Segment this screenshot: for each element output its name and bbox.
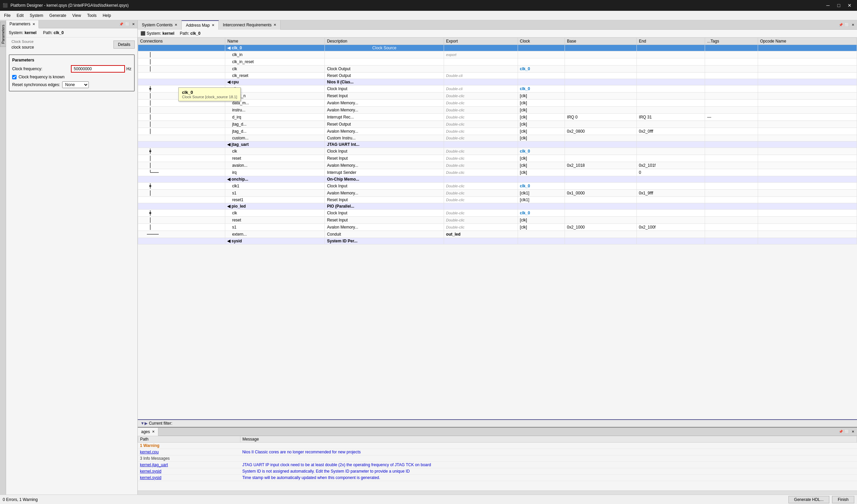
finish-button[interactable]: Finish: [832, 496, 854, 503]
table-row[interactable]: clk1 Clock Input Double-clic clk_0: [138, 183, 857, 190]
generate-hdl-button[interactable]: Generate HDL...: [788, 496, 829, 503]
msg-path-link-4[interactable]: kernel.sysid: [140, 475, 162, 480]
left-panel-restore[interactable]: ⬜: [124, 22, 130, 27]
base-cell: [565, 203, 637, 209]
details-button[interactable]: Details: [114, 40, 135, 49]
right-content: Connections Name Description Export Cloc…: [138, 37, 857, 494]
msg-text-content-2: JTAG UART IP input clock need to be at l…: [242, 463, 431, 467]
table-row[interactable]: ◀ sysid System ID Per...: [138, 238, 857, 245]
messages-content[interactable]: Path Message 1 Warning kernel.: [138, 436, 857, 490]
menu-file[interactable]: File: [1, 13, 13, 19]
messages-table: Path Message 1 Warning kernel.: [138, 436, 857, 481]
table-row[interactable]: ◀ onchip... On-Chip Memo...: [138, 176, 857, 183]
table-row[interactable]: reset Reset Input Double-clic [clk]: [138, 155, 857, 162]
clock-cell: [518, 51, 565, 58]
parameters-tab[interactable]: Parameters ✕: [6, 20, 39, 28]
msg-path-link-3[interactable]: kernel.sysid: [140, 469, 162, 474]
end-cell: [637, 176, 705, 183]
table-row[interactable]: reset_n Reset Input Double-clic [clk]: [138, 93, 857, 100]
table-row[interactable]: clk_in export: [138, 51, 857, 58]
msg-path-link[interactable]: kernel.cpu: [140, 450, 159, 454]
menu-edit[interactable]: Edit: [14, 13, 26, 19]
clock-cell: [518, 79, 565, 85]
table-row[interactable]: ◀ cpu Nios II (Clas...: [138, 79, 857, 85]
clock-freq-label: Clock frequency:: [12, 67, 71, 71]
table-row[interactable]: clk Clock Input Double-cli clk_0: [138, 85, 857, 93]
clock-known-checkbox[interactable]: [12, 75, 17, 79]
desc-cell: Interrupt Sender: [325, 169, 444, 176]
tab-system-contents-close[interactable]: ✕: [174, 23, 177, 27]
menu-tools[interactable]: Tools: [84, 13, 99, 19]
minimize-button[interactable]: ─: [823, 2, 833, 9]
table-row[interactable]: ◀ jtag_uart JTAG UART Int...: [138, 141, 857, 148]
table-row[interactable]: custom... Custom Instru... Double-clic […: [138, 135, 857, 141]
table-row[interactable]: clk Clock Input Double-clic clk_0: [138, 209, 857, 217]
table-row[interactable]: clk_reset Reset Output Double-cli: [138, 72, 857, 79]
right-panel-close[interactable]: ✕: [850, 22, 856, 28]
table-row[interactable]: instru... Avalon Memory... Double-clic […: [138, 107, 857, 114]
tab-address-map-close[interactable]: ✕: [212, 23, 214, 27]
bottom-panel-close[interactable]: ✕: [850, 429, 856, 435]
address-map-content[interactable]: Connections Name Description Export Cloc…: [138, 37, 857, 419]
tab-system-contents[interactable]: System Contents ✕: [138, 20, 182, 30]
name-cell: ◀clk_0: [225, 45, 325, 51]
table-row[interactable]: jtag_d... Reset Output Double-clic [clk]: [138, 121, 857, 128]
table-row[interactable]: reset Reset Input Double-clic [clk]: [138, 217, 857, 224]
table-row[interactable]: avalon... Avalon Memory... Double-clic […: [138, 162, 857, 169]
menu-help[interactable]: Help: [100, 13, 114, 19]
sidebar-tab-parameters[interactable]: Parameters: [0, 22, 6, 47]
close-button[interactable]: ✕: [845, 2, 854, 9]
window-title: Platform Designer - kernel.qsys (D:\inte…: [11, 3, 129, 8]
reset-sync-select[interactable]: None Deassert Both: [62, 81, 89, 88]
tags-cell: [705, 100, 758, 107]
base-cell: 0x1_0000: [565, 190, 637, 197]
list-item[interactable]: kernel.sysid Time stamp will be automati…: [138, 475, 857, 481]
left-panel-pin[interactable]: 📌: [119, 22, 124, 27]
menu-system[interactable]: System: [27, 13, 46, 19]
maximize-button[interactable]: □: [834, 2, 843, 9]
table-row[interactable]: clk Clock Input Double-clic clk_0: [138, 148, 857, 155]
table-row[interactable]: jtag_d... Avalon Memory... Double-clic […: [138, 128, 857, 135]
table-row[interactable]: ◀ pio_led PIO (Parallel...: [138, 203, 857, 209]
left-panel-close[interactable]: ✕: [131, 22, 136, 27]
list-item[interactable]: kernel.jtag_uart JTAG UART IP input cloc…: [138, 462, 857, 468]
end-cell: [637, 66, 705, 72]
tab-address-map[interactable]: Address Map ✕: [182, 20, 219, 30]
table-row[interactable]: d_irq Interrupt Rec... Double-clic [clk]…: [138, 114, 857, 121]
list-item[interactable]: kernel.sysid System ID is not assigned a…: [138, 468, 857, 475]
table-row[interactable]: s1 Avalon Memory... Double-clic [clk1] 0…: [138, 190, 857, 197]
conn-cell: [138, 217, 225, 224]
clock-cell: [clk]: [518, 224, 565, 231]
table-row[interactable]: extern... Conduit out_led: [138, 231, 857, 238]
tab-interconnect[interactable]: Interconnect Requirements ✕: [219, 20, 281, 30]
end-cell: [637, 155, 705, 162]
table-row[interactable]: clk Clock Output clk_0: [138, 66, 857, 72]
tab-interconnect-close[interactable]: ✕: [273, 23, 276, 27]
tags-cell: [705, 45, 758, 51]
list-item[interactable]: kernel.cpu Nios II Classic cores are no …: [138, 449, 857, 455]
conn-cell: [138, 72, 225, 79]
table-row[interactable]: clk_in_reset: [138, 58, 857, 66]
messages-tab[interactable]: ages ✕: [138, 428, 158, 436]
messages-tab-close[interactable]: ✕: [152, 430, 155, 434]
table-row[interactable]: ◀clk_0 Clock Source: [138, 45, 857, 51]
right-panel-pin[interactable]: 📌: [838, 22, 843, 28]
bottom-panel-restore[interactable]: ⬜: [844, 429, 850, 435]
table-row[interactable]: reset1 Reset Input Double-clic [clk1]: [138, 197, 857, 203]
opcode-cell: [758, 114, 857, 121]
parameters-tab-close[interactable]: ✕: [32, 22, 35, 26]
bottom-scrollbar[interactable]: [138, 490, 857, 494]
conn-cell: [138, 58, 225, 66]
table-row[interactable]: irq Interrupt Sender Double-clic [clk] 0: [138, 169, 857, 176]
msg-path-link-2[interactable]: kernel.jtag_uart: [140, 463, 168, 467]
bottom-panel-pin[interactable]: 📌: [838, 429, 843, 435]
menu-view[interactable]: View: [70, 13, 84, 19]
menu-generate[interactable]: Generate: [47, 13, 69, 19]
table-row[interactable]: data_m... Avalon Memory... Double-clic […: [138, 100, 857, 107]
opcode-cell: [758, 51, 857, 58]
tags-cell: [705, 121, 758, 128]
table-row[interactable]: s1 Avalon Memory... Double-clic [clk] 0x…: [138, 224, 857, 231]
clock-freq-input[interactable]: [71, 65, 125, 72]
clock-cell: [clk]: [518, 217, 565, 224]
right-panel-restore[interactable]: ⬜: [844, 22, 850, 28]
